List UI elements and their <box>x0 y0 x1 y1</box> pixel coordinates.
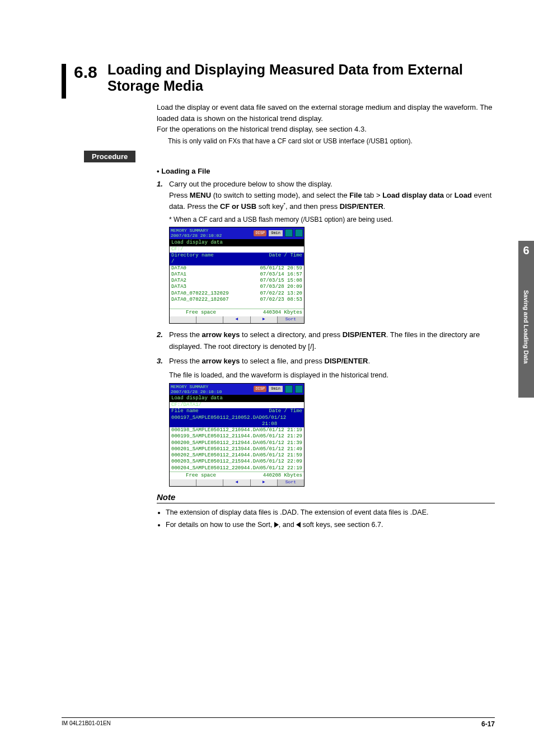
step-num: 2. <box>157 329 169 352</box>
section-number: 6.8 <box>74 62 107 81</box>
section-title: Loading and Displaying Measured Data fro… <box>107 62 495 94</box>
time-badge: 9min <box>269 386 283 392</box>
time-badge: 9min <box>269 230 283 236</box>
section-heading: 6.8 Loading and Displaying Measured Data… <box>62 62 495 99</box>
step-3: 3. Press the arrow keys to select a file… <box>157 356 495 367</box>
note-rule-icon <box>157 503 495 503</box>
left-arrow-icon: ◄ <box>223 479 250 486</box>
key-icon <box>285 229 293 237</box>
note-item: For details on how to use the Sort, , an… <box>166 519 495 530</box>
footnote: * When a CF card and a USB flash memory … <box>169 216 495 223</box>
screenshot-directory-list: MEMORY SUMMARY 2007/03/28 20:10:02 DISP … <box>169 227 305 324</box>
screenshot-file-list: MEMORY SUMMARY 2007/03/28 20:10:10 DISP … <box>169 383 305 487</box>
step-num: 1. <box>157 179 169 213</box>
page-footer: IM 04L21B01-01EN 6-17 <box>62 717 495 728</box>
triangle-left-icon <box>296 522 301 528</box>
note-list: The extension of display data files is .… <box>157 507 495 530</box>
intro-block: Load the display or event data file save… <box>157 102 495 146</box>
heading-bar-icon <box>62 64 66 99</box>
intro-small: This is only valid on FXs that have a CF… <box>168 136 495 146</box>
step-2: 2. Press the arrow keys to select a dire… <box>157 329 495 352</box>
intro-p2: For the operations on the historical tre… <box>157 124 495 135</box>
right-arrow-icon: ► <box>251 479 278 486</box>
chapter-number: 6 <box>518 241 534 257</box>
step-num: 3. <box>157 356 169 367</box>
right-arrow-icon: ► <box>251 316 278 323</box>
page-number: 6-17 <box>481 720 495 728</box>
status-icon <box>295 229 303 237</box>
status-icon <box>295 385 303 393</box>
triangle-right-icon <box>274 522 279 528</box>
disp-badge: DISP <box>254 386 266 392</box>
key-icon <box>285 385 293 393</box>
intro-p1: Load the display or event data file save… <box>157 102 495 124</box>
step-1: 1. Carry out the procedure below to show… <box>157 179 495 213</box>
note-item: The extension of display data files is .… <box>166 507 495 518</box>
subheading-loading: Loading a File <box>157 167 495 175</box>
procedure-label: Procedure <box>84 151 135 162</box>
chapter-tab: 6 Saving and Loading Data <box>518 241 534 398</box>
step3-caption: The file is loaded, and the waveform is … <box>169 370 495 381</box>
doc-id: IM 04L21B01-01EN <box>62 720 111 728</box>
left-arrow-icon: ◄ <box>223 316 250 323</box>
chapter-label: Saving and Loading Data <box>523 257 530 391</box>
note-heading: Note <box>157 492 495 502</box>
disp-badge: DISP <box>254 230 266 236</box>
